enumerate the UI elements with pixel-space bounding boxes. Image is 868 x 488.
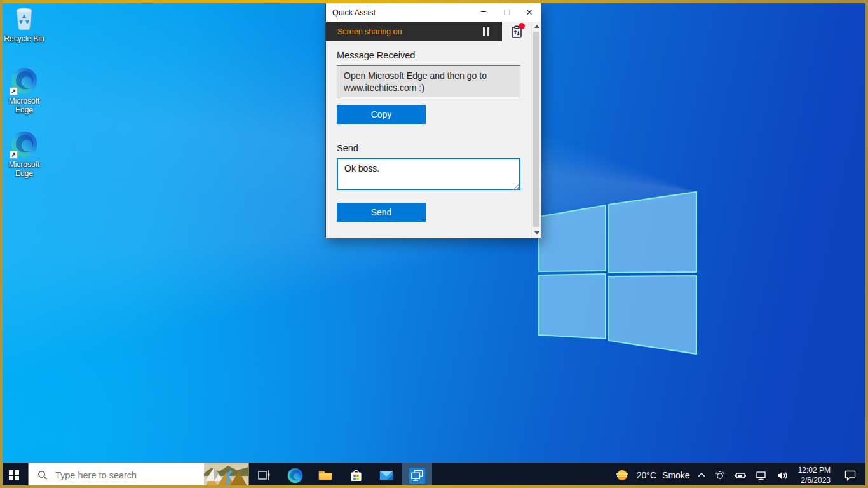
quick-assist-window: Quick Assist – ✕ Screen sharing on <box>325 3 541 238</box>
desktop-icon-edge-2[interactable]: Microsoft Edge <box>0 130 48 179</box>
shortcut-arrow-icon <box>10 87 18 95</box>
taskbar-store-button[interactable] <box>341 463 371 488</box>
desktop-icon-label: Microsoft Edge <box>1 97 47 115</box>
maximize-icon <box>504 10 510 15</box>
scrollbar-thumb[interactable] <box>533 32 539 227</box>
taskbar-search-box[interactable] <box>28 463 249 488</box>
recycle-bin-icon <box>10 4 39 33</box>
window-titlebar[interactable]: Quick Assist – ✕ <box>326 3 541 22</box>
mail-icon <box>378 467 395 484</box>
search-highlight-image[interactable] <box>204 463 248 487</box>
tray-network-icon[interactable] <box>754 469 769 482</box>
close-button[interactable]: ✕ <box>518 3 541 22</box>
quick-assist-icon <box>409 467 426 484</box>
file-explorer-icon <box>317 467 334 484</box>
send-message-input[interactable]: Ok boss. <box>337 158 520 190</box>
maximize-button <box>495 3 518 22</box>
minimize-button[interactable]: – <box>472 3 495 22</box>
screen: Recycle Bin Microsoft Edge <box>0 0 868 488</box>
message-received-label: Message Received <box>337 50 520 60</box>
clock-time: 12:02 PM <box>798 465 831 475</box>
desktop-icon-label: Microsoft Edge <box>1 161 47 179</box>
sharing-status-text: Screen sharing on <box>326 27 480 36</box>
search-icon <box>29 470 54 480</box>
action-center-icon <box>844 469 857 482</box>
weather-icon[interactable] <box>613 466 631 484</box>
start-button[interactable] <box>0 463 28 488</box>
scroll-down-arrow-icon[interactable] <box>532 228 541 238</box>
window-content: Message Received Open Microsoft Edge and… <box>326 41 531 238</box>
tray-meet-now-icon[interactable] <box>713 468 727 482</box>
windows-start-icon <box>9 470 19 480</box>
scroll-up-arrow-icon[interactable] <box>532 22 541 31</box>
send-input-wrap: Ok boss. <box>337 158 520 193</box>
task-view-button[interactable] <box>249 463 280 488</box>
taskbar-quick-assist-button[interactable] <box>402 463 432 488</box>
taskbar: 20°C Smoke <box>0 463 868 488</box>
microsoft-store-icon <box>348 468 364 484</box>
received-message-box: Open Microsoft Edge and then go to www.i… <box>337 65 520 97</box>
messages-button[interactable] <box>502 22 531 41</box>
taskbar-clock[interactable]: 12:02 PM 2/6/2023 <box>796 465 833 485</box>
system-tray: 20°C Smoke <box>613 463 868 488</box>
desktop-icon-edge-1[interactable]: Microsoft Edge <box>0 66 48 115</box>
tray-chevron-up-icon[interactable] <box>696 470 707 480</box>
send-button[interactable]: Send <box>337 203 426 222</box>
pause-sharing-button[interactable] <box>480 25 492 38</box>
windows-logo-wallpaper <box>537 191 699 357</box>
sharing-toolbar: Screen sharing on <box>326 22 531 41</box>
desktop-icon-label: Recycle Bin <box>4 35 44 44</box>
taskbar-file-explorer-button[interactable] <box>310 463 341 488</box>
tray-volume-icon[interactable] <box>775 469 790 482</box>
clock-date: 2/6/2023 <box>798 475 831 485</box>
edge-icon <box>10 66 39 95</box>
taskbar-edge-button[interactable] <box>280 463 310 488</box>
notification-dot <box>519 23 525 29</box>
edge-icon <box>287 467 304 484</box>
desktop-icon-recycle-bin[interactable]: Recycle Bin <box>0 4 48 44</box>
edge-icon <box>10 130 39 159</box>
copy-button[interactable]: Copy <box>337 105 426 124</box>
action-center-button[interactable] <box>839 469 863 482</box>
send-label: Send <box>337 143 520 153</box>
shortcut-arrow-icon <box>10 151 18 159</box>
taskbar-mail-button[interactable] <box>371 463 402 488</box>
task-view-icon <box>257 468 271 482</box>
tray-battery-icon[interactable] <box>733 469 748 482</box>
scrollbar[interactable] <box>531 22 541 238</box>
weather-temperature[interactable]: 20°C <box>637 470 656 480</box>
weather-condition[interactable]: Smoke <box>662 470 690 480</box>
sharing-status-bar: Screen sharing on <box>326 22 502 41</box>
window-title: Quick Assist <box>326 8 472 17</box>
